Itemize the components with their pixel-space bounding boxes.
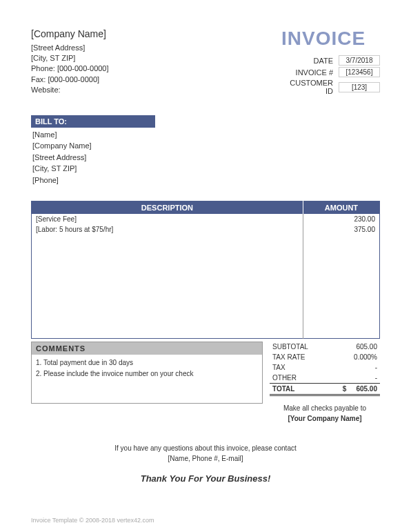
total-value: 605.00 — [356, 385, 377, 393]
bill-to-name: [Name] — [32, 129, 380, 141]
line-items-table: DESCRIPTION AMOUNT [Service Fee] 230.00 … — [31, 201, 380, 339]
contact-line1: If you have any questions about this inv… — [31, 443, 380, 453]
header-row: [Company Name] [Street Address] [City, S… — [31, 28, 380, 96]
company-city: [City, ST ZIP] — [31, 53, 109, 63]
payable-line1: Make all checks payable to — [270, 404, 380, 412]
total-label: TOTAL — [272, 385, 294, 393]
table-spacer — [32, 235, 380, 338]
company-name: [Company Name] — [31, 28, 109, 41]
bill-to-phone: [Phone] — [32, 175, 380, 186]
meta-row-date: DATE 3/7/2018 — [281, 55, 380, 66]
comment-line: 1. Total payment due in 30 days — [36, 357, 258, 368]
bill-to-street: [Street Address] — [32, 152, 380, 164]
meta-row-invoice-num: INVOICE # [123456] — [281, 67, 380, 77]
other-row: OTHER - — [270, 373, 380, 383]
table-header-row: DESCRIPTION AMOUNT — [32, 201, 380, 215]
comments-column: COMMENTS 1. Total payment due in 30 days… — [31, 342, 263, 422]
date-label: DATE — [281, 57, 333, 65]
thank-you-message: Thank You For Your Business! — [31, 473, 380, 484]
company-website: Website: — [31, 85, 109, 95]
taxrate-label: TAX RATE — [272, 353, 305, 361]
date-value: 3/7/2018 — [339, 55, 380, 66]
row-amount: 375.00 — [303, 224, 379, 235]
row-desc: [Service Fee] — [32, 214, 303, 224]
subtotal-value: 605.00 — [336, 343, 377, 351]
payable-block: Make all checks payable to [Your Company… — [270, 404, 380, 422]
contact-line2: [Name, Phone #, E-mail] — [31, 453, 380, 464]
other-value: - — [336, 374, 377, 382]
table-row: [Service Fee] 230.00 — [32, 214, 380, 224]
total-currency: $ — [343, 385, 347, 393]
invoice-meta-block: DATE 3/7/2018 INVOICE # [123456] CUSTOME… — [281, 55, 380, 95]
tax-value: - — [336, 364, 377, 371]
bill-to-company: [Company Name] — [32, 140, 380, 152]
payable-line2: [Your Company Name] — [270, 415, 380, 422]
bill-to-city: [City, ST ZIP] — [32, 163, 380, 175]
taxrate-value: 0.000% — [336, 353, 377, 361]
comment-line: 2. Please include the invoice number on … — [36, 368, 258, 380]
comments-header: COMMENTS — [32, 342, 262, 355]
tax-row: TAX - — [270, 362, 380, 373]
subtotal-row: SUBTOTAL 605.00 — [270, 342, 380, 352]
invoice-num-value: [123456] — [339, 67, 380, 77]
other-label: OTHER — [272, 374, 297, 382]
customer-id-label: CUSTOMER ID — [281, 79, 333, 95]
subtotal-label: SUBTOTAL — [272, 343, 308, 351]
company-phone: Phone: [000-000-0000] — [31, 63, 109, 74]
company-info-block: [Company Name] [Street Address] [City, S… — [31, 28, 109, 96]
desc-header: DESCRIPTION — [32, 201, 303, 215]
customer-id-value: [123] — [339, 82, 380, 92]
total-row: TOTAL $ 605.00 — [270, 383, 380, 396]
bill-to-body: [Name] [Company Name] [Street Address] [… — [31, 129, 380, 186]
meta-row-customer-id: CUSTOMER ID [123] — [281, 79, 380, 95]
row-desc: [Labor: 5 hours at $75/hr] — [32, 224, 303, 235]
row-amount: 230.00 — [303, 214, 379, 224]
table-row: [Labor: 5 hours at $75/hr] 375.00 — [32, 224, 380, 235]
comments-body: 1. Total payment due in 30 days 2. Pleas… — [32, 355, 262, 403]
lower-section: COMMENTS 1. Total payment due in 30 days… — [31, 342, 380, 422]
bill-to-header: BILL TO: — [31, 115, 155, 128]
footer-copyright: Invoice Template © 2008-2018 vertex42.co… — [31, 517, 154, 524]
contact-note: If you have any questions about this inv… — [31, 443, 380, 464]
invoice-title: INVOICE — [281, 28, 380, 50]
invoice-num-label: INVOICE # — [281, 68, 333, 77]
company-street: [Street Address] — [31, 43, 109, 53]
taxrate-row: TAX RATE 0.000% — [270, 352, 380, 362]
tax-label: TAX — [272, 364, 285, 371]
invoice-header-right: INVOICE DATE 3/7/2018 INVOICE # [123456]… — [281, 28, 380, 95]
company-fax: Fax: [000-000-0000] — [31, 75, 109, 85]
amount-header: AMOUNT — [303, 201, 379, 215]
comments-box: COMMENTS 1. Total payment due in 30 days… — [31, 342, 263, 404]
totals-box: SUBTOTAL 605.00 TAX RATE 0.000% TAX - OT… — [270, 342, 380, 422]
bill-to-section: BILL TO: [Name] [Company Name] [Street A… — [31, 115, 380, 186]
